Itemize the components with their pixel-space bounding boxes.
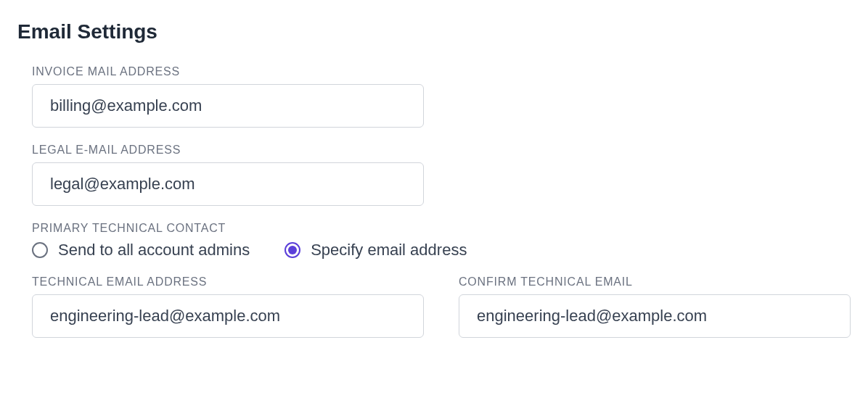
radio-circle-icon (32, 242, 48, 258)
technical-email-input[interactable] (32, 294, 424, 338)
confirm-technical-email-label: CONFIRM TECHNICAL EMAIL (459, 275, 851, 289)
technical-email-label: TECHNICAL EMAIL ADDRESS (32, 275, 424, 289)
radio-circle-selected-icon (284, 242, 300, 258)
confirm-technical-email-field: CONFIRM TECHNICAL EMAIL (459, 275, 851, 338)
confirm-technical-email-input[interactable] (459, 294, 851, 338)
invoice-mail-label: INVOICE MAIL ADDRESS (32, 65, 851, 78)
radio-specify-email[interactable]: Specify email address (284, 241, 467, 260)
legal-mail-label: LEGAL E-MAIL ADDRESS (32, 144, 851, 157)
section-title: Email Settings (17, 20, 851, 43)
radio-specify-email-label: Specify email address (311, 241, 467, 260)
radio-dot-icon (288, 246, 297, 254)
invoice-mail-field: INVOICE MAIL ADDRESS (32, 65, 851, 128)
email-settings-fields: INVOICE MAIL ADDRESS LEGAL E-MAIL ADDRES… (17, 65, 851, 354)
primary-technical-contact-radios: Send to all account admins Specify email… (32, 241, 851, 260)
technical-email-field: TECHNICAL EMAIL ADDRESS (32, 275, 424, 338)
legal-mail-field: LEGAL E-MAIL ADDRESS (32, 144, 851, 206)
radio-all-admins-label: Send to all account admins (58, 241, 250, 260)
invoice-mail-input[interactable] (32, 84, 424, 128)
primary-technical-contact-field: PRIMARY TECHNICAL CONTACT Send to all ac… (32, 222, 851, 260)
legal-mail-input[interactable] (32, 162, 424, 206)
radio-all-admins[interactable]: Send to all account admins (32, 241, 250, 260)
primary-technical-contact-label: PRIMARY TECHNICAL CONTACT (32, 222, 851, 235)
technical-email-row: TECHNICAL EMAIL ADDRESS CONFIRM TECHNICA… (32, 275, 851, 354)
